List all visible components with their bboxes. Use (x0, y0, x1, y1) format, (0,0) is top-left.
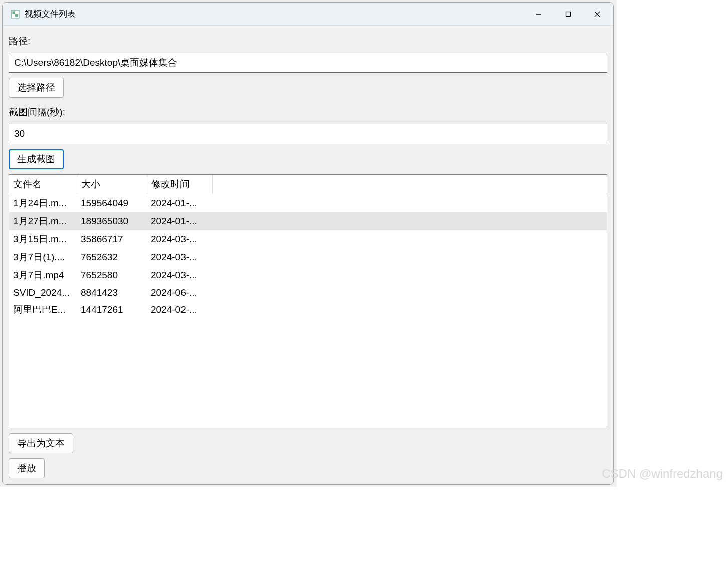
maximize-button[interactable] (554, 4, 582, 24)
header-filename[interactable]: 文件名 (9, 175, 77, 194)
cell-filename: SVID_2024... (9, 285, 77, 301)
minimize-button[interactable] (525, 4, 553, 24)
svg-rect-1 (12, 11, 15, 14)
blank-area (0, 487, 728, 566)
cell-blank (212, 194, 607, 213)
cell-blank (212, 285, 607, 301)
interval-label: 截图间隔(秒): (9, 103, 607, 119)
close-button[interactable] (583, 4, 611, 24)
file-table[interactable]: 文件名 大小 修改时间 1月24日.m...1595640492024-01-.… (9, 174, 607, 428)
path-label: 路径: (9, 32, 607, 48)
table-row[interactable]: 3月7日.mp476525802024-03-... (9, 266, 607, 285)
cell-size: 7652580 (77, 266, 147, 285)
cell-blank (212, 301, 607, 319)
header-blank (212, 175, 607, 194)
window-title: 视频文件列表 (25, 8, 525, 20)
cell-modified: 2024-01-... (147, 212, 212, 230)
cell-size: 14417261 (77, 301, 147, 319)
interval-input[interactable] (9, 124, 607, 144)
svg-rect-2 (15, 14, 18, 17)
cell-size: 159564049 (77, 194, 147, 213)
cell-filename: 1月24日.m... (9, 194, 77, 213)
cell-size: 189365030 (77, 212, 147, 230)
titlebar[interactable]: 视频文件列表 (3, 3, 613, 26)
cell-blank (212, 212, 607, 230)
cell-modified: 2024-06-... (147, 285, 212, 301)
cell-blank (212, 230, 607, 248)
app-icon (11, 10, 20, 19)
cell-modified: 2024-01-... (147, 194, 212, 213)
header-size[interactable]: 大小 (77, 175, 147, 194)
cell-filename: 阿里巴巴E... (9, 301, 77, 319)
blank-area (617, 0, 728, 566)
table-row[interactable]: 1月27日.m...1893650302024-01-... (9, 212, 607, 230)
table-row[interactable]: 阿里巴巴E...144172612024-02-... (9, 301, 607, 319)
window-controls (525, 4, 611, 24)
cell-filename: 3月7日(1).... (9, 248, 77, 266)
cell-size: 35866717 (77, 230, 147, 248)
svg-rect-4 (566, 12, 571, 16)
cell-size: 7652632 (77, 248, 147, 266)
cell-blank (212, 248, 607, 266)
table-row[interactable]: SVID_2024...88414232024-06-... (9, 285, 607, 301)
app-window: 视频文件列表 路径: 选择路径 截图间隔(秒): 生成截图 文件名 (2, 2, 614, 485)
cell-blank (212, 266, 607, 285)
generate-button[interactable]: 生成截图 (9, 149, 64, 169)
cell-size: 8841423 (77, 285, 147, 301)
content-area: 路径: 选择路径 截图间隔(秒): 生成截图 文件名 大小 修改时间 1月24日… (3, 26, 613, 484)
cell-modified: 2024-03-... (147, 248, 212, 266)
table-row[interactable]: 1月24日.m...1595640492024-01-... (9, 194, 607, 213)
cell-filename: 3月15日.m... (9, 230, 77, 248)
table-row[interactable]: 3月7日(1)....76526322024-03-... (9, 248, 607, 266)
table-header-row: 文件名 大小 修改时间 (9, 175, 607, 194)
cell-modified: 2024-02-... (147, 301, 212, 319)
cell-filename: 3月7日.mp4 (9, 266, 77, 285)
select-path-button[interactable]: 选择路径 (9, 78, 64, 98)
play-button[interactable]: 播放 (9, 458, 45, 478)
cell-modified: 2024-03-... (147, 230, 212, 248)
path-input[interactable] (9, 53, 607, 73)
cell-filename: 1月27日.m... (9, 212, 77, 230)
export-text-button[interactable]: 导出为文本 (9, 433, 73, 453)
cell-modified: 2024-03-... (147, 266, 212, 285)
header-modified[interactable]: 修改时间 (147, 175, 212, 194)
table-row[interactable]: 3月15日.m...358667172024-03-... (9, 230, 607, 248)
